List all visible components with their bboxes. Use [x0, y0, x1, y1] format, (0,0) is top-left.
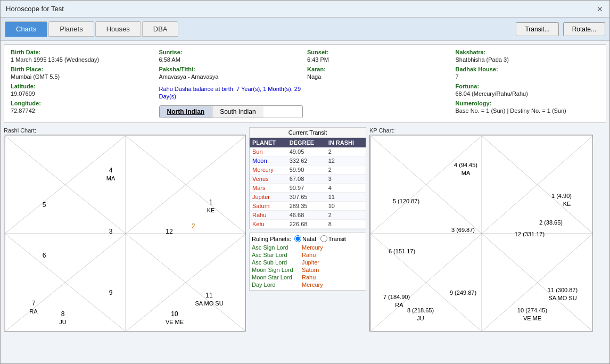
rotate-button[interactable]: Rotate...	[563, 22, 605, 36]
nakshatra-value: Shatbhisha (Pada 3)	[456, 56, 600, 63]
svg-text:8: 8	[61, 310, 65, 318]
tab-bar: Charts Planets Houses DBA	[5, 21, 516, 37]
ruling-row: Day Lord Mercury	[252, 282, 364, 288]
transit-planet: Mars	[250, 184, 287, 193]
tab-houses[interactable]: Houses	[95, 21, 141, 37]
svg-text:JU: JU	[417, 315, 424, 321]
birth-date-label: Birth Date:	[11, 49, 155, 55]
north-indian-btn[interactable]: North Indian	[160, 106, 213, 118]
close-button[interactable]: ✕	[596, 5, 604, 13]
svg-text:7: 7	[32, 300, 36, 307]
transit-degree: 67.08	[287, 175, 326, 184]
transit-rashi: 12	[326, 156, 366, 166]
col-planet: PLANET	[250, 138, 287, 147]
col3-info: Sunset: 6:43 PM Karan: Naga	[307, 49, 451, 118]
ruling-key: Moon Star Lord	[252, 274, 300, 280]
svg-text:3 (69.87): 3 (69.87)	[451, 227, 475, 233]
rashi-chart-svg: 4 MA 2 5 3 1 KE 6 12 7	[4, 135, 246, 332]
badhak-label: Badhak House:	[456, 66, 600, 72]
svg-text:11 (300.87): 11 (300.87)	[548, 287, 578, 293]
transit-radio[interactable]: Transit	[320, 235, 346, 242]
svg-text:10 (274.45): 10 (274.45)	[517, 307, 547, 313]
svg-text:12: 12	[166, 228, 173, 235]
transit-planet: Saturn	[250, 202, 287, 211]
info-panel: Birth Date: 1 March 1995 13:45 (Wednesda…	[4, 44, 606, 123]
svg-text:1: 1	[209, 198, 213, 206]
birth-place-label: Birth Place:	[11, 66, 155, 72]
main-area: Rashi Chart:	[1, 125, 609, 363]
ruling-key: Day Lord	[252, 282, 300, 288]
svg-text:4: 4	[109, 167, 113, 174]
numerology-value: Base No. = 1 (Sun) | Destiny No. = 1 (Su…	[456, 107, 600, 114]
ruling-key: Asc Star Lord	[252, 252, 300, 258]
kp-chart: 4 (94.45) MA 2 (38.65) 5 (120.87) 3 (69.…	[369, 135, 593, 332]
svg-text:MA: MA	[106, 175, 116, 181]
ruling-value: Mercury	[302, 244, 323, 251]
transit-rashi: 11	[326, 193, 366, 202]
transit-rashi: 2	[326, 147, 366, 156]
sunrise-value: 6:58 AM	[159, 56, 303, 63]
svg-text:VE ME: VE ME	[166, 319, 184, 325]
transit-planet: Moon	[250, 156, 287, 166]
svg-text:1  (4.90): 1 (4.90)	[551, 193, 572, 199]
ruling-row: Moon Star Lord Rahu	[252, 274, 364, 280]
transit-degree: 59.90	[287, 166, 326, 175]
transit-planet: Sun	[250, 147, 287, 156]
radio-group: Natal Transit	[294, 235, 346, 242]
svg-text:SA MO SU: SA MO SU	[548, 295, 576, 301]
nakshatra-label: Nakshatra:	[456, 49, 600, 55]
natal-radio[interactable]: Natal	[294, 235, 316, 242]
tab-planets[interactable]: Planets	[48, 21, 94, 37]
svg-text:6 (151.17): 6 (151.17)	[389, 248, 415, 254]
svg-text:11: 11	[205, 292, 213, 299]
ruling-value: Rahu	[302, 274, 316, 280]
longitude-value: 72.87742	[11, 107, 155, 114]
longitude-label: Longitude:	[11, 100, 155, 106]
karan-value: Naga	[307, 73, 451, 80]
toolbar: Charts Planets Houses DBA Transit... Rot…	[1, 18, 609, 41]
transit-degree: 49.05	[287, 147, 326, 156]
toolbar-buttons: Transit... Rotate...	[516, 22, 605, 36]
kp-chart-section: KP Chart: 4 (94.45) MA 2 (38.65)	[369, 127, 593, 361]
tab-charts[interactable]: Charts	[5, 21, 47, 37]
numerology-label: Numerology:	[456, 100, 600, 106]
svg-text:MA: MA	[461, 170, 471, 176]
col-rashi: IN RASHI	[326, 138, 366, 147]
transit-planet: Rahu	[250, 211, 287, 220]
ruling-value: Saturn	[302, 267, 319, 273]
transit-planet: Jupiter	[250, 193, 287, 202]
svg-text:9: 9	[109, 289, 113, 296]
col4-info: Nakshatra: Shatbhisha (Pada 3) Badhak Ho…	[456, 49, 600, 118]
svg-text:RA: RA	[395, 302, 403, 308]
paksha-value: Amavasya - Amavasya	[159, 73, 303, 80]
tab-dba[interactable]: DBA	[142, 21, 179, 37]
transit-degree: 90.97	[287, 184, 326, 193]
ruling-header: Ruling Planets: Natal Transit	[252, 235, 364, 242]
transit-degree: 46.68	[287, 211, 326, 220]
transit-rashi: 4	[326, 184, 366, 193]
transit-degree: 289.35	[287, 202, 326, 211]
ruling-title: Ruling Planets:	[252, 236, 291, 242]
col1-info: Birth Date: 1 March 1995 13:45 (Wednesda…	[11, 49, 155, 118]
sunset-value: 6:43 PM	[307, 56, 451, 63]
fortuna-value: 68.04 (Mercury/Rahu/Rahu)	[456, 90, 600, 97]
latitude-label: Latitude:	[11, 83, 155, 89]
rashi-chart: 4 MA 2 5 3 1 KE 6 12 7	[4, 135, 246, 332]
transit-degree: 307.65	[287, 193, 326, 202]
svg-text:JU: JU	[59, 319, 67, 325]
transit-button[interactable]: Transit...	[516, 22, 558, 36]
transit-rashi: 3	[326, 175, 366, 184]
badhak-value: 7	[456, 73, 600, 80]
ruling-key: Moon Sign Lord	[252, 267, 300, 273]
transit-table: PLANET DEGREE IN RASHI Sun 49.05 2 Moon …	[250, 138, 366, 229]
fortuna-label: Fortuna:	[456, 83, 600, 89]
ruling-value: Jupiter	[302, 259, 319, 266]
transit-rashi: 8	[326, 220, 366, 229]
svg-text:3: 3	[109, 228, 113, 235]
svg-text:9 (249.87): 9 (249.87)	[450, 289, 476, 296]
svg-text:2  (38.65): 2 (38.65)	[539, 219, 563, 226]
svg-text:12 (331.17): 12 (331.17)	[515, 231, 545, 237]
svg-text:KE: KE	[207, 207, 215, 213]
south-indian-btn[interactable]: South Indian	[212, 106, 263, 118]
svg-text:VE ME: VE ME	[523, 315, 541, 321]
